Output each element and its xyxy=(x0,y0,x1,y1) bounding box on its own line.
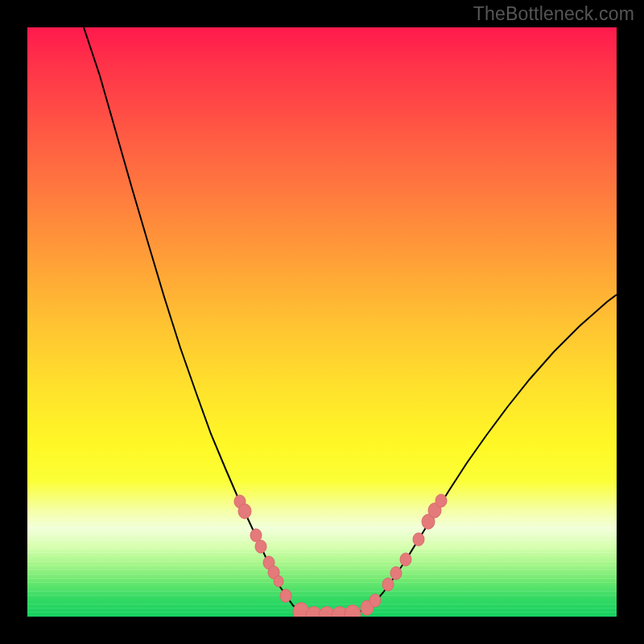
plot-area xyxy=(27,27,617,617)
watermark-text: TheBottleneck.com xyxy=(473,3,634,25)
chart-frame: TheBottleneck.com xyxy=(0,0,644,644)
marker-dot xyxy=(390,567,402,580)
marker-dot xyxy=(255,540,266,553)
curve-svg xyxy=(27,27,617,617)
marker-dot xyxy=(436,494,447,507)
marker-dot xyxy=(413,533,424,546)
marker-group xyxy=(234,494,447,617)
marker-dot xyxy=(369,594,381,607)
marker-dot xyxy=(280,589,291,602)
marker-dot xyxy=(382,578,394,591)
marker-dot xyxy=(238,504,251,518)
marker-dot xyxy=(274,576,283,587)
marker-dot xyxy=(400,553,411,566)
bottleneck-curve xyxy=(84,27,617,617)
marker-dot xyxy=(345,605,361,617)
